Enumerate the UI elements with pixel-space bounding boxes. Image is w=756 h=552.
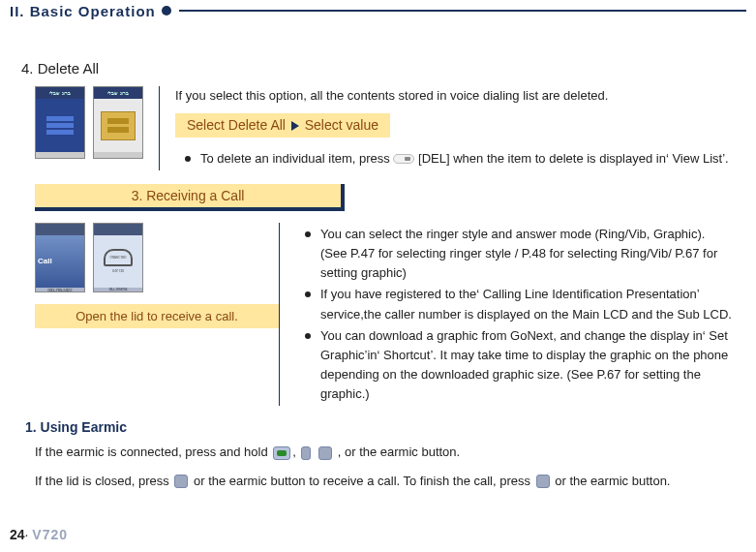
thumbnail-body	[36, 99, 84, 152]
section4-intro: If you select this option, all the conte…	[175, 86, 735, 106]
earmic-p2b: or the earmic button to receive a call. …	[194, 474, 534, 488]
send-key-icon	[273, 446, 290, 460]
earmic-p2c: or the earmic button.	[555, 474, 670, 488]
ear-key-icon	[174, 475, 188, 488]
bullet-text-b: [DEL] when the item to delete is display…	[418, 151, 729, 166]
highlight-post: Select value	[305, 117, 378, 133]
model-label: V720	[32, 527, 68, 542]
vertical-rule	[159, 86, 160, 170]
bullet-icon	[185, 156, 191, 162]
bullet-icon	[305, 231, 311, 237]
bullet-text-a: To delete an individual item, press	[200, 151, 393, 166]
select-path-highlight: Select Delete All Select value	[175, 113, 390, 138]
bullet-ringer-style: You can select the ringer style and answ…	[320, 225, 735, 283]
hold-key-icon	[301, 446, 311, 460]
header-dot-icon	[162, 6, 171, 15]
highlight-pre: Select Delete All	[187, 117, 286, 133]
section3-title: 3. Receiving a Call	[35, 184, 345, 211]
ear-key-icon	[318, 446, 332, 460]
page-number: 24	[10, 527, 25, 542]
thumbnail-titlebar	[36, 224, 84, 235]
section4-heading: 4. Delete All	[21, 60, 735, 77]
thumbnail-footer	[94, 152, 142, 159]
thumbnail-connected: ONNECTED 0:07 720 03-1-7093704	[93, 223, 143, 292]
section3-bar: 3. Receiving a Call	[35, 184, 345, 211]
ear-key-icon	[536, 475, 550, 488]
vertical-rule	[279, 223, 280, 406]
thumbnail-titlebar: ברוג שבלי	[36, 87, 84, 99]
triangle-right-icon	[289, 118, 301, 134]
header-title: II. Basic Operation	[10, 3, 156, 19]
thumbnail-footer: 031-709-5322	[36, 288, 84, 292]
header-line	[179, 10, 746, 12]
earmic-p1b: , or the earmic button.	[338, 445, 460, 459]
thumbnail-footer: 03-1-7093704	[94, 288, 142, 292]
call-label: Call	[36, 257, 52, 265]
thumbnail-voice-list: ברוג שבלי	[35, 86, 85, 159]
thumbnail-body: ONNECTED 0:07 720	[94, 235, 142, 288]
page-footer: 24· V720	[10, 527, 68, 542]
bullet-icon	[305, 291, 311, 297]
thumbnail-incoming-call: Call 031-709-5322	[35, 223, 85, 292]
earmic-para2: If the lid is closed, press or the earmi…	[35, 470, 735, 492]
bullet-clip: If you have registered to the‘ Calling L…	[320, 285, 735, 323]
del-key-icon	[393, 154, 414, 164]
comma: ,	[292, 445, 299, 459]
thumbnail-body: Call	[36, 235, 84, 288]
bullet-icon	[305, 333, 311, 339]
thumbnail-delete-popup: ברוג שבלי	[93, 86, 143, 159]
open-lid-caption: Open the lid to receive a call.	[35, 304, 279, 328]
earmic-para1: If the earmic is connected, press and ho…	[35, 441, 735, 463]
thumbnail-titlebar: ברוג שבלי	[94, 87, 142, 99]
bullet-delete-individual: To delete an individual item, press [DEL…	[200, 149, 735, 169]
earmic-heading: 1. Using Earmic	[25, 419, 735, 435]
earmic-p1a: If the earmic is connected, press and ho…	[35, 445, 271, 459]
thumbnail-body	[94, 99, 142, 152]
bullet-download-graphic: You can download a graphic from GoNext, …	[320, 326, 735, 405]
popup-icon	[101, 111, 136, 140]
dot: ·	[25, 527, 29, 542]
thumbnail-time: 0:07 720	[112, 269, 124, 273]
connected-icon: ONNECTED	[104, 249, 133, 266]
thumbnail-titlebar	[94, 224, 142, 235]
earmic-p2a: If the lid is closed, press	[35, 474, 172, 488]
thumbnail-footer	[36, 152, 84, 159]
